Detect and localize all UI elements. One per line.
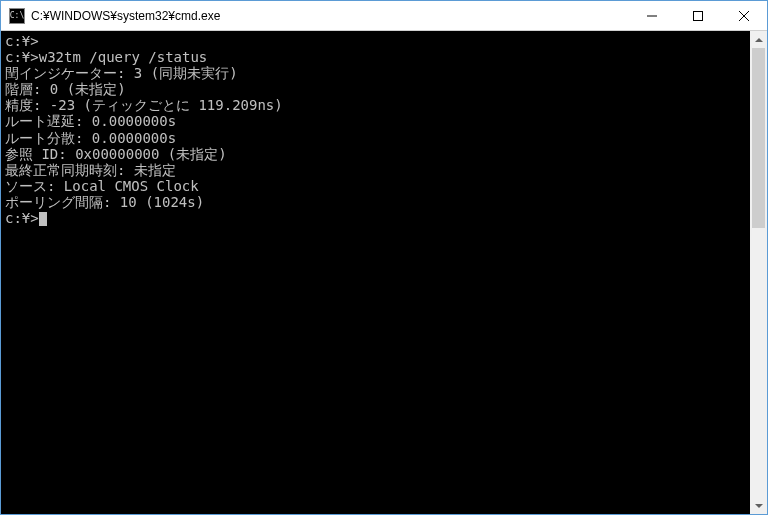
vertical-scrollbar[interactable] [750,31,767,514]
scroll-up-button[interactable] [750,31,767,48]
terminal[interactable]: c:¥>c:¥>w32tm /query /status閏インジケーター: 3 … [1,31,750,514]
window-title: C:¥WINDOWS¥system32¥cmd.exe [31,9,629,23]
minimize-icon [647,11,657,21]
minimize-button[interactable] [629,1,675,30]
close-icon [739,11,749,21]
content-area: c:¥>c:¥>w32tm /query /status閏インジケーター: 3 … [1,31,767,514]
terminal-line: c:¥> [5,210,746,226]
scrollbar-track[interactable] [750,48,767,497]
scrollbar-thumb[interactable] [752,48,765,228]
terminal-line: ルート分散: 0.0000000s [5,130,746,146]
terminal-line: ソース: Local CMOS Clock [5,178,746,194]
terminal-line: 精度: -23 (ティックごとに 119.209ns) [5,97,746,113]
terminal-line: c:¥>w32tm /query /status [5,49,746,65]
maximize-button[interactable] [675,1,721,30]
terminal-line: c:¥> [5,33,746,49]
terminal-line: ルート遅延: 0.0000000s [5,113,746,129]
chevron-down-icon [755,504,763,508]
maximize-icon [693,11,703,21]
terminal-line: 参照 ID: 0x00000000 (未指定) [5,146,746,162]
terminal-line: 閏インジケーター: 3 (同期未実行) [5,65,746,81]
cursor [39,212,47,226]
close-button[interactable] [721,1,767,30]
chevron-up-icon [755,38,763,42]
svg-rect-1 [694,11,703,20]
terminal-line: 最終正常同期時刻: 未指定 [5,162,746,178]
terminal-line: 階層: 0 (未指定) [5,81,746,97]
app-icon: C:\ [9,8,25,24]
cmd-window: C:\ C:¥WINDOWS¥system32¥cmd.exe c:¥>c:¥>… [0,0,768,515]
titlebar: C:\ C:¥WINDOWS¥system32¥cmd.exe [1,1,767,31]
terminal-line: ポーリング間隔: 10 (1024s) [5,194,746,210]
window-controls [629,1,767,30]
scroll-down-button[interactable] [750,497,767,514]
